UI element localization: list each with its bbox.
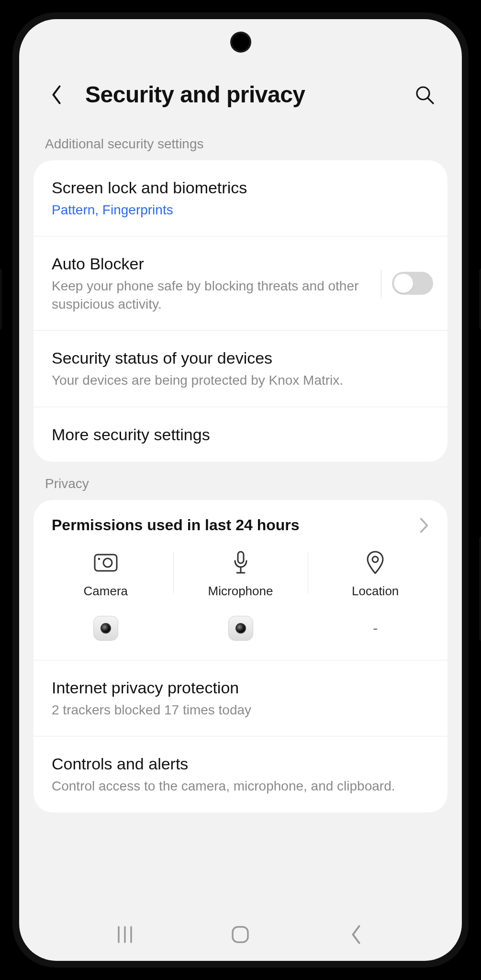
security-card: Screen lock and biometrics Pattern, Fing…	[34, 160, 447, 462]
row-controls-alerts[interactable]: Controls and alerts Control access to th…	[34, 736, 447, 812]
home-icon	[230, 924, 251, 945]
page-title: Security and privacy	[85, 81, 305, 108]
row-title: Controls and alerts	[52, 754, 429, 774]
privacy-card: Permissions used in last 24 hours	[34, 500, 447, 813]
toggle-divider	[381, 269, 381, 297]
location-icon	[363, 550, 388, 575]
chevron-left-icon	[50, 84, 63, 105]
front-camera	[232, 33, 249, 51]
side-button	[479, 268, 481, 330]
perm-col-camera[interactable]: Camera	[38, 550, 173, 641]
row-title: Screen lock and biometrics	[52, 178, 429, 198]
row-internet-privacy[interactable]: Internet privacy protection 2 trackers b…	[34, 660, 447, 736]
row-sub: Keep your phone safe by blocking threats…	[52, 277, 376, 313]
row-permissions[interactable]: Permissions used in last 24 hours	[34, 500, 447, 538]
app-icon-none: -	[363, 616, 388, 641]
nav-recents[interactable]	[111, 923, 139, 947]
row-title: Internet privacy protection	[52, 678, 429, 698]
toggle-wrap	[381, 269, 433, 297]
row-security-status[interactable]: Security status of your devices Your dev…	[34, 330, 447, 406]
microphone-icon	[228, 550, 253, 575]
row-title: Security status of your devices	[52, 348, 429, 368]
side-button	[479, 536, 481, 641]
row-sub: 2 trackers blocked 17 times today	[52, 701, 429, 719]
toggle-knob	[394, 274, 413, 293]
svg-point-8	[372, 557, 378, 562]
section-label-privacy: Privacy	[34, 462, 447, 500]
phone-frame: Security and privacy Additional security…	[0, 0, 481, 980]
row-sub: Pattern, Fingerprints	[52, 201, 429, 219]
svg-rect-12	[233, 927, 248, 942]
screen: Security and privacy Additional security…	[19, 19, 462, 961]
svg-point-4	[98, 558, 101, 560]
perm-label: Microphone	[208, 584, 273, 599]
back-icon	[349, 924, 363, 945]
row-sub: Control access to the camera, microphone…	[52, 777, 429, 795]
section-label-security: Additional security settings	[34, 122, 447, 160]
nav-home[interactable]	[226, 923, 255, 947]
content: Additional security settings Screen lock…	[19, 122, 462, 908]
row-screen-lock[interactable]: Screen lock and biometrics Pattern, Fing…	[34, 160, 447, 236]
svg-rect-5	[238, 552, 244, 563]
row-more-security[interactable]: More security settings	[34, 407, 447, 462]
app-icon-camera	[93, 616, 118, 641]
perm-col-microphone[interactable]: Microphone	[173, 550, 308, 641]
perm-label: Camera	[84, 584, 128, 599]
camera-icon	[93, 550, 118, 575]
navigation-bar	[19, 908, 462, 961]
app-icon-camera	[228, 616, 253, 641]
row-title: Auto Blocker	[52, 254, 376, 274]
row-title: More security settings	[52, 424, 429, 445]
recents-icon	[115, 925, 135, 944]
side-button	[0, 268, 2, 330]
perm-label: Location	[352, 584, 399, 599]
auto-blocker-toggle[interactable]	[392, 272, 433, 295]
row-sub: Your devices are being protected by Knox…	[52, 371, 429, 390]
chevron-right-icon	[419, 517, 429, 534]
nav-back[interactable]	[342, 923, 370, 947]
svg-rect-2	[95, 555, 117, 571]
back-button[interactable]	[45, 83, 68, 106]
search-button[interactable]	[413, 83, 436, 106]
search-icon	[414, 84, 435, 105]
perm-col-location[interactable]: Location -	[308, 550, 443, 641]
row-auto-blocker[interactable]: Auto Blocker Keep your phone safe by blo…	[34, 236, 447, 330]
svg-point-3	[103, 558, 112, 567]
permissions-grid: Camera	[34, 538, 447, 660]
svg-line-1	[428, 98, 433, 103]
permissions-title: Permissions used in last 24 hours	[52, 516, 300, 534]
